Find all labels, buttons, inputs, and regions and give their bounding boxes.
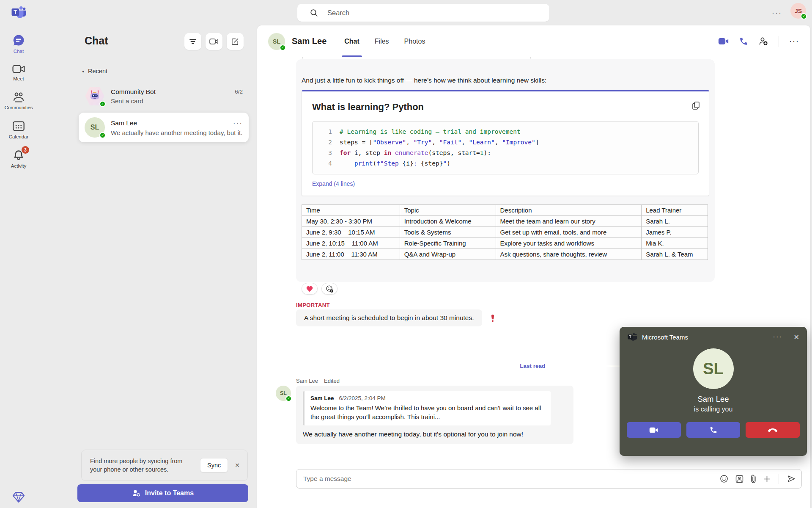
compose-bar (296, 469, 802, 489)
presence-available-icon: ✓ (280, 44, 286, 51)
teams-logo-icon[interactable] (11, 5, 27, 19)
decline-call-button[interactable] (746, 422, 800, 438)
sidebar-item-label: Communities (4, 105, 33, 110)
code-line: 1# Learning is like coding — trial and i… (313, 127, 698, 137)
sidebar-item-activity[interactable]: 3 Activity (0, 149, 37, 168)
add-people-button[interactable] (758, 37, 768, 46)
expand-code-link[interactable]: Expand (4 lines) (312, 180, 699, 187)
table-header-cell: Time (302, 205, 400, 216)
code-line: 4 print(f"Step {i}: {step}") (313, 158, 698, 169)
teams-logo-icon (627, 332, 637, 342)
table-row: June 2, 10:15 – 11:00 AMRole-Specific Tr… (302, 238, 708, 249)
call-popup-title: Microsoft Teams (642, 334, 768, 341)
table-cell: Explore your tasks and workflows (496, 238, 642, 249)
close-icon[interactable]: ✕ (233, 460, 241, 470)
tab-files[interactable]: Files (375, 25, 389, 57)
invite-to-teams-button[interactable]: Invite to Teams (77, 484, 248, 502)
chat-icon (12, 34, 25, 47)
incoming-call-popup: Microsoft Teams ··· ✕ SL Sam Lee is call… (620, 327, 807, 456)
search-bar[interactable] (297, 4, 549, 22)
conversation-title: Sam Lee (292, 36, 326, 46)
code-block: 1# Learning is like coding — trial and i… (312, 121, 699, 174)
more-options-icon[interactable]: ··· (789, 37, 799, 46)
table-header-cell: Lead Trainer (642, 205, 708, 216)
search-input[interactable] (327, 9, 549, 17)
gem-icon[interactable] (12, 491, 25, 503)
audio-call-button[interactable] (739, 37, 748, 46)
message-sender-row: Sam Lee Edited (296, 378, 340, 384)
table-cell: Mia K. (642, 238, 708, 249)
tab-chat[interactable]: Chat (344, 25, 359, 57)
call-popup-header: Microsoft Teams ··· ✕ (620, 327, 807, 342)
more-options-icon[interactable]: ··· (773, 333, 782, 341)
message-row: SL ✓ Sam Lee 6/2/2025, 2:04 PM Welcome t… (276, 386, 573, 444)
emoji-icon[interactable] (720, 475, 728, 483)
more-options-icon[interactable]: ··· (233, 119, 243, 127)
new-meeting-button[interactable] (206, 33, 222, 50)
conversation-tabs: ChatFilesPhotos (344, 25, 425, 57)
heart-reaction[interactable] (302, 283, 318, 295)
caller-name: Sam Lee (620, 395, 807, 404)
table-cell: Role-Specific Training (400, 238, 496, 249)
table-cell: Ask questions, share thoughts, review (496, 249, 642, 260)
invite-button-label: Invite to Teams (145, 489, 194, 497)
send-icon[interactable] (787, 475, 796, 483)
code-line: 2steps = ["Observe", "Try", "Fail", "Lea… (313, 137, 698, 148)
table-cell: Tools & Systems (400, 227, 496, 238)
close-icon[interactable]: ✕ (794, 333, 799, 341)
quote-sender: Sam Lee (310, 395, 334, 401)
search-icon (310, 9, 318, 17)
person-add-icon (132, 489, 140, 497)
conversation-item-sam-lee[interactable]: SL ✓ Sam Lee ··· We actually have anothe… (79, 113, 249, 142)
new-chat-button[interactable] (227, 33, 244, 50)
learning-card: What is learning? Python 1# Learning is … (302, 90, 709, 196)
filter-button[interactable] (184, 33, 201, 50)
table-row: June 2, 11:00 – 11:30 AMQ&A and Wrap-upA… (302, 249, 708, 260)
video-call-button[interactable] (718, 37, 729, 45)
quote-timestamp: 6/2/2025, 2:04 PM (339, 395, 386, 401)
conversation-item-community-bot[interactable]: ✓ Community Bot 6/2 Sent a card (79, 81, 249, 111)
conversation-preview: Sent a card (111, 97, 243, 105)
add-reaction-button[interactable] (321, 283, 337, 295)
important-message-row: A short meeting is scheduled to begin in… (296, 309, 496, 326)
table-header-cell: Topic (400, 205, 496, 216)
sidebar-item-communities[interactable]: Communities (0, 91, 37, 110)
video-camera-icon (12, 64, 25, 74)
avatar[interactable]: SL ✓ (268, 33, 285, 50)
bot-avatar: ✓ (85, 86, 105, 106)
schedule-table: TimeTopicDescriptionLead TrainerMay 30, … (302, 204, 708, 260)
table-cell: James P. (642, 227, 708, 238)
sync-button[interactable]: Sync (200, 458, 228, 472)
tab-photos[interactable]: Photos (404, 25, 425, 57)
table-header-cell: Description (496, 205, 642, 216)
image-attach-icon[interactable] (735, 475, 743, 483)
conversation-preview: We actually have another meeting today, … (111, 129, 243, 136)
card-title: What is learning? Python (312, 102, 699, 113)
table-cell: Meet the team and learn our story (496, 216, 642, 227)
user-avatar[interactable]: JS ✓ (790, 3, 806, 19)
sidebar-item-calendar[interactable]: Calendar (0, 120, 37, 139)
table-cell: June 2, 10:15 – 11:00 AM (302, 238, 400, 249)
compose-actions (720, 474, 796, 484)
copy-icon[interactable] (692, 102, 700, 110)
sidebar-item-meet[interactable]: Meet (0, 64, 37, 81)
more-options-icon[interactable]: ··· (772, 4, 782, 17)
people-icon (12, 91, 25, 103)
chevron-down-icon: ▾ (82, 69, 84, 74)
reactions-row (302, 283, 337, 295)
recent-section-toggle[interactable]: ▾ Recent (82, 68, 107, 75)
table-cell: June 2, 9:30 – 10:15 AM (302, 227, 400, 238)
panel-title: Chat (85, 35, 108, 47)
avatar: SL ✓ (85, 117, 105, 138)
conversation-timestamp: 6/2 (235, 88, 243, 95)
accept-video-button[interactable] (627, 422, 681, 438)
accept-audio-button[interactable] (686, 422, 741, 438)
message-input[interactable] (303, 475, 720, 483)
calendar-icon (12, 120, 25, 132)
sidebar-item-chat[interactable]: Chat (0, 34, 37, 54)
quoted-message[interactable]: Sam Lee 6/2/2025, 2:04 PM Welcome to the… (303, 391, 551, 425)
plus-icon[interactable] (763, 475, 771, 483)
message-bubble: Sam Lee 6/2/2025, 2:04 PM Welcome to the… (296, 386, 573, 444)
avatar[interactable]: SL ✓ (276, 386, 291, 401)
paperclip-icon[interactable] (751, 475, 756, 483)
